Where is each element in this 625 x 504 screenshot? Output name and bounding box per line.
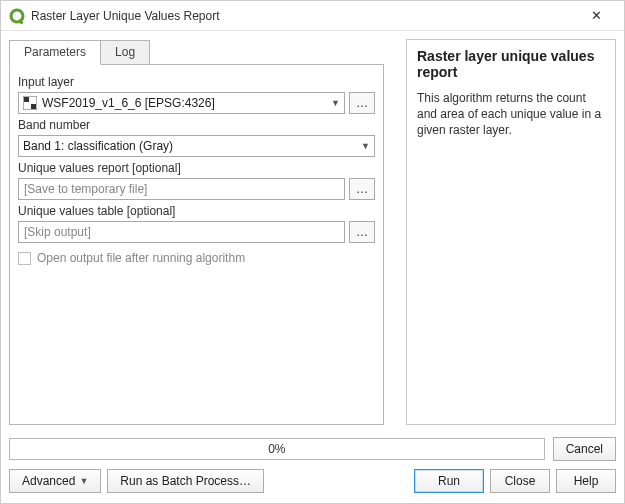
open-output-label: Open output file after running algorithm bbox=[37, 251, 245, 265]
open-output-checkbox[interactable] bbox=[18, 252, 31, 265]
app-icon bbox=[9, 8, 25, 24]
bottom-bar: 0% Cancel Advanced ▼ Run as Batch Proces… bbox=[1, 433, 624, 503]
advanced-label: Advanced bbox=[22, 474, 75, 488]
progress-text: 0% bbox=[268, 442, 285, 456]
chevron-down-icon: ▼ bbox=[331, 98, 340, 108]
table-output-browse-button[interactable]: … bbox=[349, 221, 375, 243]
raster-layer-icon bbox=[23, 96, 37, 110]
left-panel: Parameters Log Input layer WSF2019_v1_6_… bbox=[9, 39, 384, 425]
table-output-placeholder: [Skip output] bbox=[24, 225, 91, 239]
band-number-label: Band number bbox=[18, 118, 375, 132]
run-batch-button[interactable]: Run as Batch Process… bbox=[107, 469, 264, 493]
cancel-button[interactable]: Cancel bbox=[553, 437, 616, 461]
band-number-value: Band 1: classification (Gray) bbox=[23, 139, 173, 153]
report-output-browse-button[interactable]: … bbox=[349, 178, 375, 200]
help-title: Raster layer unique values report bbox=[417, 48, 605, 80]
svg-rect-3 bbox=[24, 97, 29, 102]
help-panel: Raster layer unique values report This a… bbox=[406, 39, 616, 425]
title-bar: Raster Layer Unique Values Report ✕ bbox=[1, 1, 624, 31]
band-number-combo[interactable]: Band 1: classification (Gray) ▼ bbox=[18, 135, 375, 157]
input-layer-label: Input layer bbox=[18, 75, 375, 89]
dialog-window: Raster Layer Unique Values Report ✕ Para… bbox=[0, 0, 625, 504]
open-output-row: Open output file after running algorithm bbox=[18, 251, 375, 265]
chevron-down-icon: ▼ bbox=[79, 476, 88, 486]
input-layer-value: WSF2019_v1_6_6 [EPSG:4326] bbox=[42, 96, 215, 110]
help-button[interactable]: Help bbox=[556, 469, 616, 493]
report-output-placeholder: [Save to temporary file] bbox=[24, 182, 147, 196]
tab-log[interactable]: Log bbox=[100, 40, 150, 65]
content-area: Parameters Log Input layer WSF2019_v1_6_… bbox=[1, 31, 624, 433]
input-layer-combo[interactable]: WSF2019_v1_6_6 [EPSG:4326] ▼ bbox=[18, 92, 345, 114]
tab-bar: Parameters Log bbox=[9, 40, 384, 65]
svg-rect-4 bbox=[31, 104, 36, 109]
splitter-handle[interactable] bbox=[394, 39, 396, 425]
input-layer-browse-button[interactable]: … bbox=[349, 92, 375, 114]
tab-parameters[interactable]: Parameters bbox=[9, 40, 101, 65]
progress-bar: 0% bbox=[9, 438, 545, 460]
window-title: Raster Layer Unique Values Report bbox=[31, 9, 576, 23]
run-button[interactable]: Run bbox=[414, 469, 484, 493]
help-body: This algorithm returns the count and are… bbox=[417, 90, 605, 139]
table-output-input[interactable]: [Skip output] bbox=[18, 221, 345, 243]
close-icon[interactable]: ✕ bbox=[576, 8, 616, 23]
close-button[interactable]: Close bbox=[490, 469, 550, 493]
report-output-label: Unique values report [optional] bbox=[18, 161, 375, 175]
parameters-pane: Input layer WSF2019_v1_6_6 [EPSG:4326] ▼… bbox=[9, 64, 384, 425]
report-output-input[interactable]: [Save to temporary file] bbox=[18, 178, 345, 200]
chevron-down-icon: ▼ bbox=[361, 141, 370, 151]
table-output-label: Unique values table [optional] bbox=[18, 204, 375, 218]
advanced-button[interactable]: Advanced ▼ bbox=[9, 469, 101, 493]
